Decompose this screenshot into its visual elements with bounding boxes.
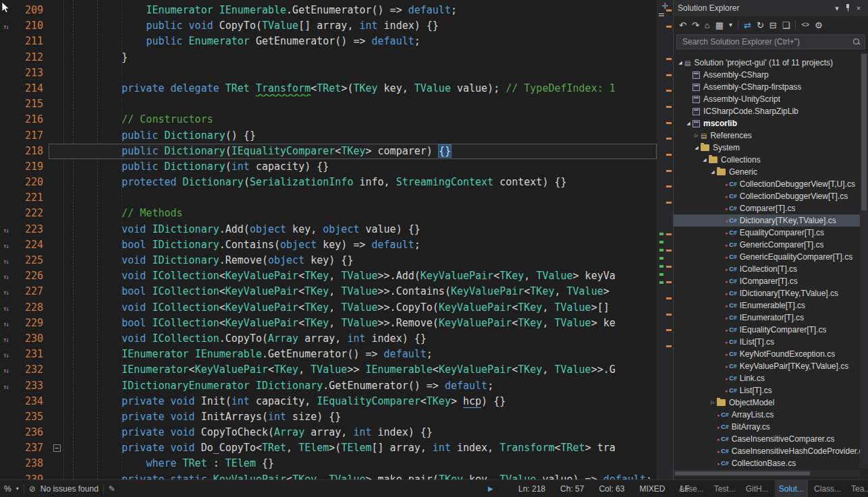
code-text[interactable]: void IDictionary.Add(object key, object … (65, 222, 657, 237)
caret-position-item[interactable]: Col: 63 (599, 484, 624, 494)
line-number[interactable]: 234 (12, 394, 49, 409)
reference-arrows-icon[interactable]: ↑↓ (3, 347, 9, 363)
line-number[interactable]: 211 (12, 34, 49, 49)
code-line[interactable]: 239 private static KeyValuePair<TKey, TV… (0, 472, 657, 479)
code-line[interactable]: 222 // Methods (0, 206, 657, 221)
tree-item[interactable]: ●C#GenericEqualityComparer[T].cs (674, 251, 860, 263)
search-box[interactable] (676, 34, 865, 49)
tree-item[interactable]: ●C#KeyValuePair[TKey,TValue].cs (674, 360, 860, 372)
breakpoint-gutter[interactable]: ↑↓ (0, 347, 12, 362)
expander-open-icon[interactable]: ◢ (676, 60, 684, 65)
reference-arrows-icon[interactable]: ↑↓ (3, 19, 9, 34)
expander-open-icon[interactable]: ◢ (701, 157, 709, 163)
code-text[interactable]: void IDictionary.Remove(object key) {} (65, 253, 657, 268)
line-number[interactable]: 224 (12, 237, 49, 253)
reference-arrows-icon[interactable]: ↑↓ (3, 238, 9, 254)
code-text[interactable] (65, 65, 657, 81)
panel-tab[interactable]: Asse... (675, 480, 708, 497)
home-icon[interactable]: ⌂ (705, 21, 710, 30)
tree-item[interactable]: ▷ObjectModel (674, 397, 860, 409)
breakpoint-gutter[interactable]: ↑↓ (0, 253, 12, 268)
line-number[interactable]: 232 (12, 362, 49, 378)
line-number[interactable]: 209 (12, 3, 49, 18)
breakpoint-gutter[interactable] (0, 128, 12, 144)
breakpoint-gutter[interactable]: ↑↓ (0, 268, 12, 284)
code-line[interactable]: ↑↓228 void ICollection<KeyValuePair<TKey… (0, 300, 657, 316)
code-text[interactable]: public Dictionary() {} (65, 128, 657, 144)
code-text[interactable]: void ICollection<KeyValuePair<TKey, TVal… (65, 300, 657, 316)
tree-item[interactable]: ●C#EqualityComparer[T].cs (674, 227, 860, 239)
line-number[interactable]: 222 (12, 206, 49, 221)
tree-item[interactable]: ●C#ICollection[T].cs (674, 263, 860, 275)
tree-item[interactable]: ◢mscorlib (674, 117, 860, 129)
line-number[interactable]: 214 (12, 81, 49, 96)
play-icon[interactable]: ▶ (488, 485, 493, 492)
code-text[interactable]: private void Do_CopyTo<TRet, TElem>(TEle… (65, 440, 657, 456)
window-menu-icon[interactable]: ▾ (832, 4, 842, 13)
code-text[interactable]: IEnumerator IEnumerable.GetEnumerator() … (65, 3, 657, 18)
breakpoint-gutter[interactable] (0, 190, 12, 206)
breakpoint-gutter[interactable] (0, 409, 12, 425)
code-line[interactable]: 236 private void CopyToCheck(Array array… (0, 425, 657, 440)
code-line[interactable]: 215 (0, 96, 657, 112)
properties-icon[interactable]: ⚙ (815, 21, 823, 30)
code-line[interactable]: 212 } (0, 50, 657, 65)
breakpoint-gutter[interactable] (0, 159, 12, 175)
tree-item[interactable]: ●C#IEqualityComparer[T].cs (674, 324, 860, 336)
tree-item[interactable]: ●C#IEnumerable[T].cs (674, 299, 860, 312)
expander-open-icon[interactable]: ◢ (709, 169, 717, 175)
breakpoint-gutter[interactable]: ↑↓ (0, 222, 12, 237)
code-text[interactable] (65, 190, 657, 206)
code-text[interactable]: } (65, 50, 657, 65)
code-line[interactable]: 214 private delegate TRet Transform<TRet… (0, 81, 657, 96)
code-text[interactable]: private void InitArrays(int size) {} (65, 409, 657, 425)
breakpoint-gutter[interactable]: ↑↓ (0, 316, 12, 331)
code-line[interactable]: 220 protected Dictionary(SerializationIn… (0, 175, 657, 190)
breakpoint-gutter[interactable]: ↑↓ (0, 378, 12, 394)
breakpoint-gutter[interactable]: ↑↓ (0, 18, 12, 34)
tree-item[interactable]: ◢▤Solution 'project-gui' (11 of 11 proje… (674, 57, 860, 69)
reference-arrows-icon[interactable]: ↑↓ (3, 332, 9, 347)
caret-position-item[interactable]: Ch: 57 (560, 484, 584, 494)
vertical-scrollbar-thumb[interactable] (861, 54, 867, 210)
code-line[interactable]: ↑↓225 void IDictionary.Remove(object key… (0, 253, 657, 268)
code-text[interactable]: protected Dictionary(SerializationInfo i… (65, 175, 657, 190)
code-editor[interactable]: 209 IEnumerator IEnumerable.GetEnumerato… (0, 0, 657, 479)
reference-arrows-icon[interactable]: ↑↓ (3, 379, 9, 394)
code-line[interactable]: 237− private void Do_CopyTo<TRet, TElem>… (0, 440, 657, 456)
collapse-all-icon[interactable]: ⊟ (769, 21, 777, 30)
tree-item[interactable]: ●C#Link.cs (674, 372, 860, 384)
breakpoint-gutter[interactable] (0, 456, 12, 471)
code-line[interactable]: ↑↓227 bool ICollection<KeyValuePair<TKey… (0, 284, 657, 299)
tree-item[interactable]: ●C#IComparer[T].cs (674, 275, 860, 287)
line-number[interactable]: 220 (12, 175, 49, 190)
code-text[interactable]: public void CopyTo(TValue[] array, int i… (65, 18, 657, 34)
line-number[interactable]: 239 (12, 472, 49, 479)
code-line[interactable]: ↑↓210 public void CopyTo(TValue[] array,… (0, 18, 657, 34)
code-line[interactable]: ↑↓229 bool ICollection<KeyValuePair<TKey… (0, 316, 657, 331)
breakpoint-gutter[interactable] (0, 394, 12, 409)
breakpoint-gutter[interactable] (0, 425, 12, 440)
breakpoint-gutter[interactable]: ↑↓ (0, 331, 12, 347)
sync-with-active-document-icon[interactable]: ⇄ (744, 21, 751, 30)
code-line[interactable]: ↑↓223 void IDictionary.Add(object key, o… (0, 222, 657, 237)
line-number[interactable]: 213 (12, 65, 49, 81)
line-number[interactable]: 212 (12, 50, 49, 65)
tree-item[interactable]: ●C#CaseInsensitiveHashCodeProvider.cs (674, 445, 860, 457)
switch-views-caret-icon[interactable]: ▾ (729, 22, 732, 28)
expander-closed-icon[interactable]: ▷ (709, 400, 717, 405)
tree-item[interactable]: ICSharpCode.SharpZipLib (674, 105, 860, 117)
code-text[interactable]: public Dictionary(IEqualityComparer<TKey… (65, 144, 657, 159)
tree-item[interactable]: ●C#IList[T].cs (674, 336, 860, 348)
pencil-icon[interactable]: ✎ (109, 484, 115, 494)
tree-item[interactable]: ◢Generic (674, 166, 860, 178)
horizontal-scrollbar-thumb[interactable] (675, 471, 810, 475)
pin-icon[interactable] (842, 3, 853, 13)
line-number[interactable]: 221 (12, 190, 49, 206)
caret-position-item[interactable]: Ln: 218 (518, 484, 545, 494)
code-line[interactable]: 235 private void InitArrays(int size) {} (0, 409, 657, 425)
code-line[interactable]: 217 public Dictionary() {} (0, 128, 657, 144)
caret-position-item[interactable]: MIXED (639, 484, 665, 494)
reference-arrows-icon[interactable]: ↑↓ (3, 363, 9, 378)
breakpoint-gutter[interactable]: ↑↓ (0, 362, 12, 378)
